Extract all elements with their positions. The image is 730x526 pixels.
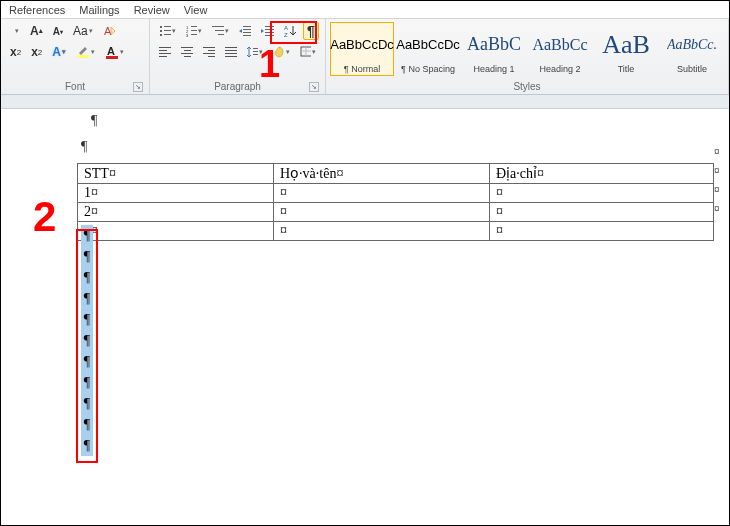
ribbon-tabs: References Mailings Review View xyxy=(1,1,729,19)
svg-rect-40 xyxy=(208,56,215,57)
pilcrow-mark: ¶ xyxy=(81,435,93,456)
justify-button[interactable] xyxy=(222,43,240,61)
style-item[interactable]: AaBbCHeading 1 xyxy=(462,22,526,76)
table-cell[interactable]: 2¤ xyxy=(78,203,274,222)
clear-formatting-button[interactable]: A xyxy=(100,22,120,40)
group-label-paragraph: Paragraph ↘ xyxy=(156,81,319,93)
style-item[interactable]: AaBbCcDc¶ Normal xyxy=(330,22,394,76)
show-hide-pilcrow-button[interactable]: ¶ xyxy=(303,22,319,40)
borders-button[interactable] xyxy=(297,43,319,61)
table-cell[interactable]: ¤ xyxy=(490,203,714,222)
text-effects-button[interactable]: A xyxy=(49,43,69,61)
content-table[interactable]: STT¤ Họ·và·tên¤ Địa·chỉ¤ 1¤ ¤ ¤ 2¤ ¤ ¤ 3… xyxy=(77,163,714,241)
style-item[interactable]: AaBbCc.Subtitle xyxy=(660,22,724,76)
svg-rect-18 xyxy=(218,34,224,35)
increase-indent-button[interactable] xyxy=(258,22,276,40)
pilcrow-mark: ¶ xyxy=(81,414,93,435)
bullets-button[interactable] xyxy=(156,22,179,40)
document-area[interactable]: ¶ ¶ STT¤ Họ·và·tên¤ Địa·chỉ¤ 1¤ ¤ ¤ 2¤ ¤… xyxy=(1,109,729,526)
svg-rect-3 xyxy=(106,56,118,59)
selected-paragraph-marks[interactable]: ¶¶¶¶¶¶¶¶¶¶¶ xyxy=(81,225,93,456)
shading-button[interactable] xyxy=(270,43,292,61)
style-name: Heading 1 xyxy=(473,64,514,74)
svg-rect-47 xyxy=(253,54,258,55)
paragraph-dialog-launcher[interactable]: ↘ xyxy=(309,82,319,92)
table-header-cell[interactable]: Địa·chỉ¤ xyxy=(490,164,714,184)
grow-font-button[interactable]: A▴ xyxy=(27,22,46,40)
change-case-button[interactable]: Aa xyxy=(70,22,96,40)
numbering-button[interactable]: 123 xyxy=(183,22,206,40)
table-row: 3¤ ¤ ¤ xyxy=(78,222,714,241)
svg-rect-45 xyxy=(253,48,258,49)
style-item[interactable]: AaBbCcHeading 2 xyxy=(528,22,592,76)
group-label-font: Font ↘ xyxy=(7,81,143,93)
font-dialog-launcher[interactable]: ↘ xyxy=(133,82,143,92)
highlight-button[interactable] xyxy=(73,43,98,61)
tab-mailings[interactable]: Mailings xyxy=(79,4,119,16)
svg-text:Z: Z xyxy=(284,32,288,38)
svg-rect-34 xyxy=(184,50,191,51)
svg-rect-33 xyxy=(181,47,193,48)
row-end-marks: ¤ ¤ ¤ ¤ xyxy=(714,143,720,218)
decrease-indent-button[interactable] xyxy=(236,22,254,40)
style-item[interactable]: AaBTitle xyxy=(594,22,658,76)
table-cell[interactable]: ¤ xyxy=(490,222,714,241)
svg-rect-25 xyxy=(265,32,273,33)
style-preview: AaBbCcDc xyxy=(396,25,460,64)
svg-rect-42 xyxy=(225,50,237,51)
svg-rect-15 xyxy=(191,34,198,35)
tab-review[interactable]: Review xyxy=(134,4,170,16)
svg-point-8 xyxy=(160,34,162,36)
style-name: ¶ No Spacing xyxy=(401,64,455,74)
align-right-button[interactable] xyxy=(200,43,218,61)
pilcrow-mark: ¶ xyxy=(81,288,93,309)
sort-button[interactable]: AZ xyxy=(281,22,299,40)
pilcrow-mark: ¶ xyxy=(81,139,725,155)
pilcrow-mark: ¶ xyxy=(81,225,93,246)
style-name: Title xyxy=(618,64,635,74)
align-left-button[interactable] xyxy=(156,43,174,61)
table-cell[interactable]: ¤ xyxy=(274,184,490,203)
tab-references[interactable]: References xyxy=(9,4,65,16)
svg-rect-19 xyxy=(243,26,251,27)
table-cell[interactable]: ¤ xyxy=(274,222,490,241)
svg-rect-43 xyxy=(225,53,237,54)
multilevel-list-button[interactable] xyxy=(209,22,232,40)
group-font: A▴ A▾ Aa A x2 x2 A A Font ↘ xyxy=(1,19,150,94)
pilcrow-mark: ¶ xyxy=(81,309,93,330)
ruler-area xyxy=(1,95,729,109)
style-preview: AaBbC xyxy=(467,25,521,64)
svg-point-4 xyxy=(160,26,162,28)
style-item[interactable]: AaBbCcDc¶ No Spacing xyxy=(396,22,460,76)
shrink-font-button[interactable]: A▾ xyxy=(50,22,66,40)
svg-rect-7 xyxy=(164,30,171,31)
superscript-button[interactable]: x2 xyxy=(28,43,45,61)
tab-view[interactable]: View xyxy=(184,4,208,16)
subscript-button[interactable]: x2 xyxy=(7,43,24,61)
style-preview: AaBbCcDc xyxy=(330,25,394,64)
table-cell[interactable]: ¤ xyxy=(490,184,714,203)
pilcrow-mark: ¶ xyxy=(81,246,93,267)
group-paragraph: 123 AZ ¶ xyxy=(150,19,326,94)
svg-rect-23 xyxy=(265,26,273,27)
svg-rect-9 xyxy=(164,34,171,35)
pilcrow-mark: ¶ xyxy=(81,330,93,351)
style-gallery[interactable]: AaBbCcDc¶ NormalAaBbCcDc¶ No SpacingAaBb… xyxy=(330,22,724,76)
style-preview: AaBbCc. xyxy=(667,25,717,64)
font-size-dropdown[interactable] xyxy=(7,22,23,40)
align-center-button[interactable] xyxy=(178,43,196,61)
font-color-button[interactable]: A xyxy=(102,43,127,61)
group-label-styles: Styles xyxy=(330,81,724,93)
table-header-cell[interactable]: STT¤ xyxy=(78,164,274,184)
table-cell[interactable]: 3¤ xyxy=(78,222,274,241)
table-header-cell[interactable]: Họ·và·tên¤ xyxy=(274,164,490,184)
pilcrow-mark: ¶ xyxy=(81,372,93,393)
line-spacing-button[interactable] xyxy=(244,43,266,61)
svg-rect-24 xyxy=(265,29,273,30)
svg-rect-37 xyxy=(203,47,215,48)
svg-rect-5 xyxy=(164,26,171,27)
table-cell[interactable]: 1¤ xyxy=(78,184,274,203)
svg-rect-29 xyxy=(159,47,171,48)
svg-rect-32 xyxy=(159,56,167,57)
table-cell[interactable]: ¤ xyxy=(274,203,490,222)
